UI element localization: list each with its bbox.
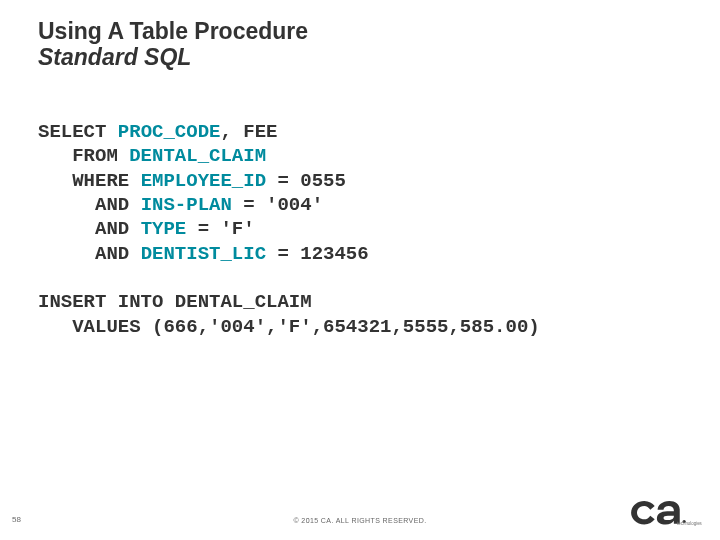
code-l9: VALUES (666,'004','F',654321,5555,585.00…: [38, 316, 540, 338]
ca-logo-icon: technologies: [628, 498, 702, 526]
code-l4b: INS-PLAN: [141, 194, 232, 216]
code-l5a: AND: [38, 218, 141, 240]
slide: Using A Table Procedure Standard SQL SEL…: [0, 0, 720, 540]
code-l3a: WHERE: [38, 170, 141, 192]
code-l4a: AND: [38, 194, 141, 216]
code-l6a: AND: [38, 243, 141, 265]
code-l5b: TYPE: [141, 218, 187, 240]
code-l4c: = '004': [232, 194, 323, 216]
code-l5c: = 'F': [186, 218, 254, 240]
code-l1c: , FEE: [220, 121, 277, 143]
code-l1b: PROC_CODE: [118, 121, 221, 143]
code-l8: INSERT INTO DENTAL_CLAIM: [38, 291, 312, 313]
code-block: SELECT PROC_CODE, FEE FROM DENTAL_CLAIM …: [38, 120, 540, 339]
code-l1a: SELECT: [38, 121, 118, 143]
code-l6b: DENTIST_LIC: [141, 243, 266, 265]
code-l2b: DENTAL_CLAIM: [129, 145, 266, 167]
code-l3b: EMPLOYEE_ID: [141, 170, 266, 192]
code-l2a: FROM: [38, 145, 129, 167]
copyright-text: © 2015 CA. ALL RIGHTS RESERVED.: [0, 517, 720, 524]
title-block: Using A Table Procedure Standard SQL: [38, 18, 308, 71]
title-line2: Standard SQL: [38, 44, 308, 70]
logo-subtext: technologies: [677, 521, 702, 526]
code-l3c: = 0555: [266, 170, 346, 192]
title-line1: Using A Table Procedure: [38, 18, 308, 44]
code-l6c: = 123456: [266, 243, 369, 265]
